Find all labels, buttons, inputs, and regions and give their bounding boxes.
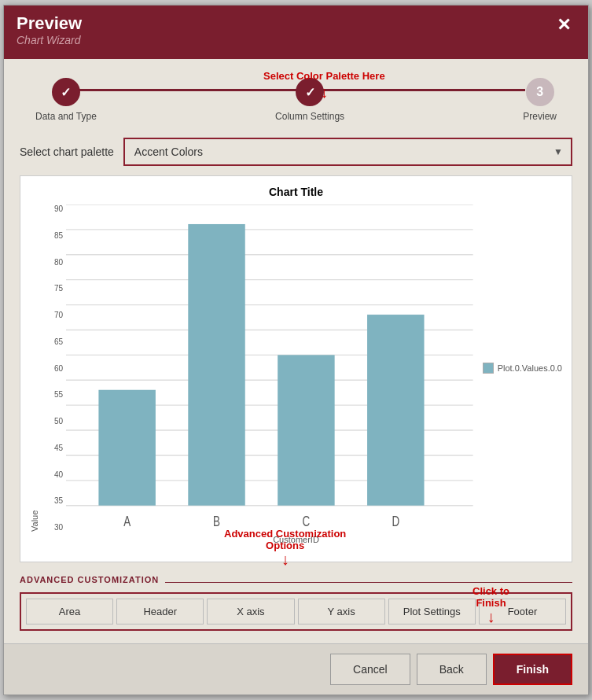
stepper: ✓ Data and Type ✓ Column Settings 3 Prev…: [20, 72, 572, 122]
legend-swatch: [483, 363, 494, 374]
svg-text:C: C: [303, 514, 311, 529]
step-circle-2: ✓: [296, 78, 324, 106]
step-circle-3: 3: [526, 78, 554, 106]
cancel-button[interactable]: Cancel: [330, 654, 410, 685]
stepper-step-1: ✓ Data and Type: [35, 78, 97, 122]
chart-plot-area: A B C D: [66, 204, 473, 532]
close-button[interactable]: ✕: [552, 13, 575, 37]
legend-item-1: Plot.0.Values.0.0: [483, 363, 562, 374]
chart-container: Chart Title Value 90 85 80 75 70 65 60 5…: [20, 175, 572, 562]
advanced-divider: [165, 582, 572, 583]
step-label-2: Column Settings: [275, 111, 344, 122]
step-label-1: Data and Type: [35, 111, 97, 122]
bar-d: [367, 315, 424, 506]
legend-label: Plot.0.Values.0.0: [498, 363, 562, 373]
finish-button[interactable]: Finish: [493, 654, 572, 685]
svg-text:B: B: [213, 514, 220, 529]
dialog-title: Preview: [17, 13, 82, 34]
bar-a: [98, 390, 155, 506]
palette-select-wrapper[interactable]: Accent Colors Default Colors Pastel Colo…: [123, 138, 572, 166]
plot-settings-button[interactable]: Plot Settings: [388, 599, 476, 624]
chart-wizard-dialog: Preview Chart Wizard ✕ Select Color Pale…: [3, 5, 589, 695]
y-axis-label: Value: [30, 204, 39, 532]
step-circle-1: ✓: [52, 78, 80, 106]
bar-c: [278, 355, 334, 505]
dialog-header: Preview Chart Wizard ✕: [4, 6, 588, 59]
header-button[interactable]: Header: [116, 599, 204, 624]
palette-label: Select chart palette: [20, 146, 114, 158]
y-axis-button[interactable]: Y axis: [298, 599, 385, 624]
step-label-3: Preview: [523, 111, 557, 122]
stepper-section: Select Color Palette Here ↓ ✓ Data and T…: [20, 72, 572, 122]
bar-b: [188, 224, 245, 506]
svg-text:A: A: [123, 514, 131, 529]
stepper-step-3: 3 Preview: [523, 78, 557, 122]
advanced-section-title: ADVANCED CUSTOMIZATION: [20, 575, 159, 584]
chart-title: Chart Title: [30, 186, 562, 198]
stepper-step-2: ✓ Column Settings: [275, 78, 344, 122]
dialog-subtitle: Chart Wizard: [17, 34, 82, 46]
x-axis-label: CustomerID: [30, 535, 562, 544]
chart-body: Value 90 85 80 75 70 65 60 55 50 45 40 3…: [30, 204, 562, 532]
chart-svg: A B C D: [66, 204, 473, 532]
advanced-header: ADVANCED CUSTOMIZATION: [20, 575, 572, 589]
dialog-body: Select Color Palette Here ↓ ✓ Data and T…: [4, 59, 588, 643]
dialog-footer: Click toFinish ↓ Cancel Back Finish: [4, 643, 588, 694]
svg-text:D: D: [392, 514, 399, 529]
advanced-section: Advanced CustomizationOptions ↓ ADVANCED…: [20, 575, 572, 631]
back-button[interactable]: Back: [417, 654, 487, 685]
y-ticks: 90 85 80 75 70 65 60 55 50 45 40 35 30: [42, 204, 66, 532]
x-axis-button[interactable]: X axis: [207, 599, 294, 624]
footer-button[interactable]: Footer: [479, 599, 566, 624]
area-button[interactable]: Area: [26, 599, 113, 624]
title-block: Preview Chart Wizard: [17, 13, 82, 46]
advanced-buttons: Area Header X axis Y axis Plot Settings …: [20, 592, 572, 631]
palette-row: Select chart palette Accent Colors Defau…: [20, 138, 572, 166]
chart-legend: Plot.0.Values.0.0: [473, 204, 562, 532]
palette-select[interactable]: Accent Colors Default Colors Pastel Colo…: [125, 139, 571, 164]
